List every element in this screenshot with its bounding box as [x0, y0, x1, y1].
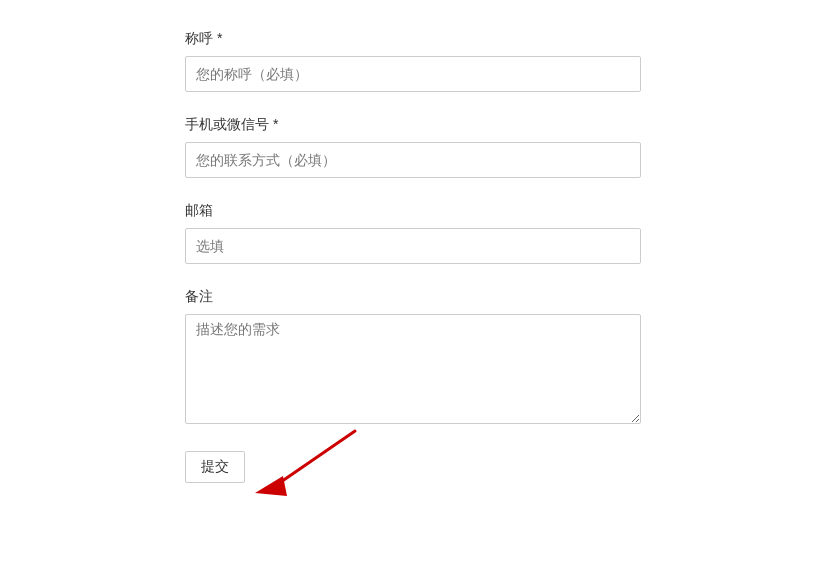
input-name[interactable] [185, 56, 641, 92]
form-group-email: 邮箱 [185, 202, 641, 264]
label-email: 邮箱 [185, 202, 641, 220]
submit-area: 提交 [185, 451, 641, 483]
input-email[interactable] [185, 228, 641, 264]
arrow-decoration [245, 421, 365, 504]
label-name: 称呼 * [185, 30, 641, 48]
textarea-notes[interactable] [185, 314, 641, 424]
label-contact: 手机或微信号 * [185, 116, 641, 134]
page-container: 称呼 * 手机或微信号 * 邮箱 备注 提交 [0, 0, 826, 565]
submit-button[interactable]: 提交 [185, 451, 245, 483]
form-group-contact: 手机或微信号 * [185, 116, 641, 178]
input-contact[interactable] [185, 142, 641, 178]
form-group-notes: 备注 [185, 288, 641, 427]
form-group-name: 称呼 * [185, 30, 641, 92]
svg-marker-1 [255, 476, 287, 496]
svg-line-0 [275, 431, 355, 486]
label-notes: 备注 [185, 288, 641, 306]
